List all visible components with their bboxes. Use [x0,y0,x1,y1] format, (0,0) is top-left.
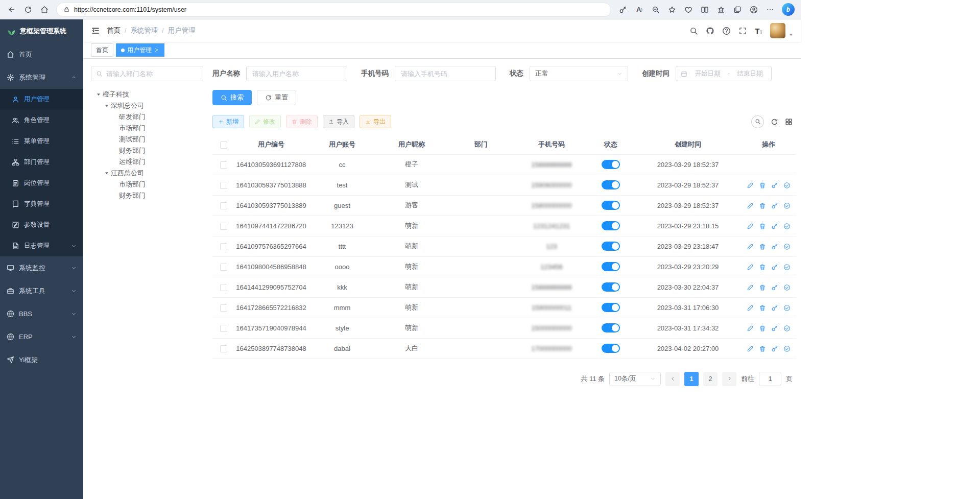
tree-node[interactable]: 江西总公司 [91,168,203,179]
status-toggle[interactable] [602,323,620,332]
tab-close-icon[interactable] [154,47,159,53]
github-icon[interactable] [706,27,714,35]
sidebar-item-system-monitor[interactable]: 系统监控 [0,256,83,279]
status-toggle[interactable] [602,303,620,312]
fullscreen-icon[interactable] [738,27,747,35]
reset-password-action-icon[interactable] [771,304,778,312]
reset-password-action-icon[interactable] [771,284,778,291]
page-button-1[interactable]: 1 [684,372,699,386]
tab-home[interactable]: 首页 [91,43,113,57]
row-checkbox[interactable] [220,345,227,352]
assign-role-action-icon[interactable] [783,284,791,291]
user-avatar[interactable] [770,23,785,38]
browser-essentials-icon[interactable] [681,3,696,17]
sidebar-item-user-management[interactable]: 用户管理 [0,89,83,110]
status-toggle[interactable] [602,344,620,353]
import-button[interactable]: 导入 [323,115,354,128]
delete-action-icon[interactable] [759,304,766,312]
address-bar[interactable]: https://ccnetcore.com:1101/system/user [56,3,611,17]
edit-action-icon[interactable] [747,182,754,189]
split-screen-icon[interactable] [697,3,712,17]
sidebar-item-erp[interactable]: ERP [0,325,83,348]
search-toggle-button[interactable] [751,115,764,128]
status-toggle[interactable] [602,262,620,271]
status-toggle[interactable] [602,221,620,230]
sidebar-item-system-management[interactable]: 系统管理 [0,66,83,89]
reset-button[interactable]: 重置 [257,90,296,105]
sidebar-item-home[interactable]: 首页 [0,43,83,66]
status-select[interactable]: 正常 [530,66,628,81]
add-button[interactable]: 新增 [212,115,244,128]
assign-role-action-icon[interactable] [783,182,791,189]
delete-action-icon[interactable] [759,345,766,352]
more-menu-icon[interactable] [762,3,778,17]
delete-action-icon[interactable] [759,264,766,271]
row-checkbox[interactable] [220,182,227,189]
assign-role-action-icon[interactable] [783,325,791,332]
sidebar-item-dept-management[interactable]: 部门管理 [0,152,83,173]
back-icon[interactable] [4,3,19,17]
refresh-icon[interactable] [20,3,36,17]
search-button[interactable]: 搜索 [212,90,252,105]
edit-action-icon[interactable] [747,325,754,332]
sidebar-item-menu-management[interactable]: 菜单管理 [0,131,83,152]
row-checkbox[interactable] [220,243,227,250]
select-all-checkbox[interactable] [220,141,227,149]
columns-button[interactable] [785,118,793,126]
zoom-out-icon[interactable] [648,3,663,17]
status-toggle[interactable] [602,180,620,189]
page-button-2[interactable]: 2 [703,372,718,386]
phone-input[interactable] [395,66,496,81]
delete-action-icon[interactable] [759,202,766,209]
sidebar-item-system-tools[interactable]: 系统工具 [0,279,83,302]
date-range-picker[interactable]: 开始日期 - 结束日期 [676,66,772,81]
sidebar-item-log-management[interactable]: 日志管理 [0,235,83,256]
assign-role-action-icon[interactable] [783,243,791,250]
prev-page-button[interactable] [665,372,680,386]
reset-password-action-icon[interactable] [771,325,778,332]
tree-node[interactable]: 运维部门 [91,156,203,168]
sidebar-item-dict-management[interactable]: 字典管理 [0,194,83,215]
status-toggle[interactable] [602,242,620,251]
delete-action-icon[interactable] [759,325,766,332]
row-checkbox[interactable] [220,264,227,271]
sidebar-item-role-management[interactable]: 角色管理 [0,110,83,131]
edit-action-icon[interactable] [747,304,754,312]
row-checkbox[interactable] [220,202,227,209]
header-search-icon[interactable] [689,27,698,35]
tree-node[interactable]: 测试部门 [91,134,203,145]
row-checkbox[interactable] [220,161,227,169]
delete-action-icon[interactable] [759,182,766,189]
password-key-icon[interactable] [615,3,631,17]
tree-node[interactable]: 市场部门 [91,123,203,134]
assign-role-action-icon[interactable] [783,264,791,271]
reset-password-action-icon[interactable] [771,243,778,250]
delete-action-icon[interactable] [759,243,766,250]
sidebar-item-bbs[interactable]: BBS [0,302,83,325]
favorites-icon[interactable] [713,3,729,17]
read-aloud-icon[interactable]: A) [632,3,647,17]
reset-password-action-icon[interactable] [771,345,778,352]
row-checkbox[interactable] [220,223,227,230]
reset-password-action-icon[interactable] [771,264,778,271]
sidebar-item-param-settings[interactable]: 参数设置 [0,215,83,235]
username-input[interactable] [246,66,347,81]
row-checkbox[interactable] [220,304,227,312]
assign-role-action-icon[interactable] [783,345,791,352]
next-page-button[interactable] [722,372,736,386]
collections-icon[interactable] [730,3,745,17]
tree-node[interactable]: 财务部门 [91,145,203,156]
tree-node[interactable]: 研发部门 [91,111,203,123]
add-favorite-icon[interactable] [664,3,680,17]
status-toggle[interactable] [602,160,620,169]
export-button[interactable]: 导出 [360,115,391,128]
reset-password-action-icon[interactable] [771,182,778,189]
reset-password-action-icon[interactable] [771,223,778,230]
sidebar-collapse-button[interactable] [91,26,100,35]
page-size-select[interactable]: 10条/页 [609,372,661,386]
edit-action-icon[interactable] [747,264,754,271]
help-icon[interactable] [722,27,731,35]
table-refresh-button[interactable] [771,118,778,126]
goto-page-input[interactable] [759,372,781,386]
status-toggle[interactable] [602,282,620,292]
